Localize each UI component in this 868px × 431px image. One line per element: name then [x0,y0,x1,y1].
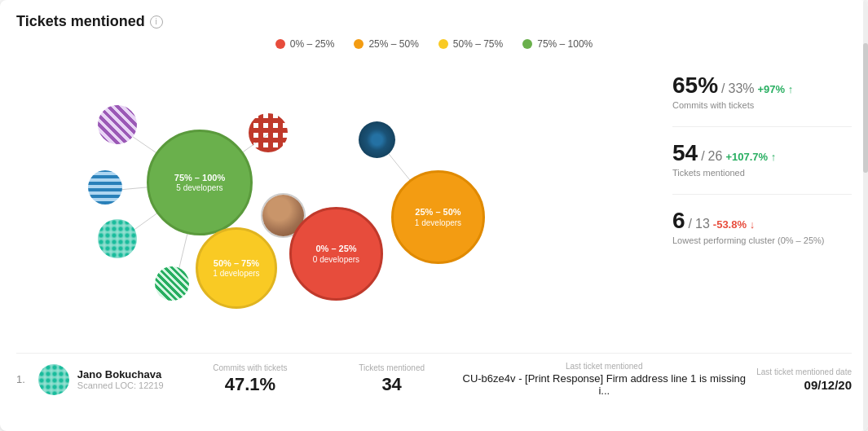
stat-commits-change: +97% [758,83,794,95]
stat-lowest: 6 / 13 -53.8% Lowest performing cluster … [672,208,852,245]
bottom-tickets-label: Tickets mentioned [321,363,463,372]
stat-commits: 65% / 33% +97% Commits with tickets [672,73,852,110]
bottom-last-date-value: 09/12/20 [746,378,852,392]
legend-label: 50% – 75% [453,38,503,50]
stat-lowest-secondary: 13 [695,217,710,231]
bubble-25-50: 25% – 50% 1 developers [391,170,485,264]
bottom-last-ticket: Last ticket mentioned CU-b6ze4v - [Print… [463,362,747,397]
bottom-commits-value: 47.1% [179,374,321,395]
stat-lowest-sep: / [689,217,692,231]
scrollbar[interactable] [863,0,868,431]
legend-dot [275,39,285,49]
developer-avatar-3 [88,170,122,205]
stat-lowest-change: -53.8% [713,218,755,231]
bottom-last-date-label: Last ticket mentioned date [746,367,852,376]
legend-label: 75% – 100% [537,38,593,50]
bottom-tickets-value: 34 [321,374,463,395]
stat-commits-secondary: 33% [729,81,755,96]
stat-commits-label: Commits with tickets [672,100,852,110]
bubble-75-100: 75% – 100% 5 developers [147,130,253,235]
bubble-0-label: 0% – 25% [315,244,356,254]
legend-label: 25% – 50% [368,38,418,50]
bubble-25-label: 25% – 50% [415,207,460,218]
stat-commits-big: 65% [672,73,718,99]
stat-tickets-change: +107.7% [725,151,776,163]
bubble-50-sub: 1 developers [213,269,259,278]
legend-label: 0% – 25% [290,38,335,50]
stat-lowest-label: Lowest performing cluster (0% – 25%) [672,235,852,245]
developer-avatar-2 [249,113,288,152]
legend: 0% – 25%25% – 50%50% – 75%75% – 100% [16,38,852,50]
scrollbar-thumb[interactable] [863,43,868,173]
stat-tickets-big: 54 [672,140,698,166]
stat-tickets-sep: / [701,149,704,164]
bottom-bar: 1. Jano Bokuchava Scanned LOC: 12219 Com… [16,353,852,403]
user-loc: Scanned LOC: 12219 [77,380,164,390]
stat-divider-1 [672,126,852,127]
bubble-25-sub: 1 developers [415,218,461,227]
user-avatar [38,364,69,395]
bubble-0-25: 0% – 25% 0 developers [289,207,383,301]
bottom-tickets-stat: Tickets mentioned 34 [321,363,463,395]
user-name: Jano Bokuchava [77,368,164,380]
stat-tickets: 54 / 26 +107.7% Tickets mentioned [672,140,852,178]
legend-item: 0% – 25% [275,38,335,50]
bottom-last-ticket-label: Last ticket mentioned [463,362,747,371]
legend-dot [354,39,364,49]
bottom-last-date: Last ticket mentioned date 09/12/20 [746,367,852,392]
legend-dot [522,39,532,49]
developer-avatar-4 [98,219,137,258]
legend-item: 50% – 75% [438,38,503,50]
stat-commits-sep: / [721,81,725,96]
info-icon[interactable]: i [150,15,163,29]
developer-avatar-7 [359,121,395,158]
user-row: 1. Jano Bokuchava Scanned LOC: 12219 [16,364,179,395]
bubble-75-sub: 5 developers [176,183,223,192]
bubble-0-sub: 0 developers [313,255,359,264]
bubble-chart: 75% – 100% 5 developers 50% – 75% 1 deve… [16,56,656,350]
bottom-last-ticket-value: CU-b6ze4v - [Print Response] Firm addres… [463,372,747,397]
developer-avatar-5 [155,266,189,301]
main-content: 75% – 100% 5 developers 50% – 75% 1 deve… [16,56,852,350]
bubble-50-75: 50% – 75% 1 developers [196,227,277,309]
card-header: Tickets mentioned i [16,13,852,30]
stats-panel: 65% / 33% +97% Commits with tickets 54 /… [672,56,852,350]
bottom-commits-label: Commits with tickets [179,363,321,372]
legend-dot [438,39,448,49]
user-rank: 1. [16,373,25,385]
stat-tickets-label: Tickets mentioned [672,168,852,178]
bubble-50-label: 50% – 75% [214,258,259,269]
developer-avatar-1 [98,105,137,144]
stat-divider-2 [672,194,852,195]
page-title: Tickets mentioned [16,13,145,30]
bottom-commits-stat: Commits with tickets 47.1% [179,363,321,395]
legend-item: 75% – 100% [522,38,593,50]
legend-item: 25% – 50% [354,38,418,50]
stat-tickets-secondary: 26 [708,149,723,164]
stat-lowest-big: 6 [672,208,685,234]
tickets-mentioned-card: Tickets mentioned i 0% – 25%25% – 50%50%… [0,0,868,431]
bubble-75-label: 75% – 100% [174,173,225,183]
